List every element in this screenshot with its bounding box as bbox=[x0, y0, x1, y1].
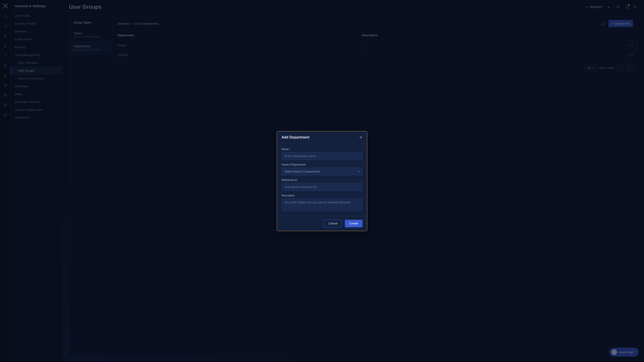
select-placeholder: Select Head of Department bbox=[284, 170, 320, 173]
description-textarea[interactable] bbox=[282, 198, 362, 211]
name-input[interactable] bbox=[282, 152, 362, 160]
close-icon[interactable]: ✕ bbox=[359, 135, 362, 140]
label-name: Name* bbox=[282, 148, 362, 151]
label-reference-id: Reference ID bbox=[282, 179, 362, 182]
required-marker: * bbox=[289, 148, 290, 151]
cancel-button[interactable]: Cancel bbox=[324, 220, 342, 227]
label-description: Description bbox=[282, 194, 362, 197]
create-button[interactable]: Create bbox=[345, 220, 362, 227]
modal-overlay[interactable]: Add Department ✕ Name* Head of Departmen… bbox=[0, 0, 644, 362]
reference-id-input[interactable] bbox=[282, 183, 362, 191]
label-head: Head of Department bbox=[282, 163, 362, 166]
modal-body: Name* Head of Department Select Head of … bbox=[277, 144, 367, 216]
modal-header: Add Department ✕ bbox=[277, 131, 367, 144]
field-head: Head of Department Select Head of Depart… bbox=[282, 163, 362, 175]
head-select[interactable]: Select Head of Department ▾ bbox=[282, 168, 362, 175]
field-name: Name* bbox=[282, 148, 362, 160]
chevron-down-icon: ▾ bbox=[358, 170, 360, 173]
add-department-modal: Add Department ✕ Name* Head of Departmen… bbox=[277, 131, 367, 231]
field-reference-id: Reference ID bbox=[282, 179, 362, 191]
modal-title: Add Department bbox=[282, 135, 309, 139]
field-description: Description bbox=[282, 194, 362, 211]
modal-footer: Cancel Create bbox=[277, 216, 367, 231]
